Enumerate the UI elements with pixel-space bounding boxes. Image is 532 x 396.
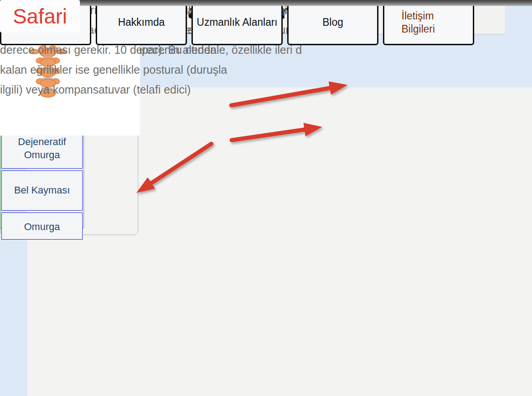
page: HB Prof. Dr. Halil Burç Safari Ana Sayfa… [0,0,532,396]
p2-line5: ilgili) veya kompansatuvar (telafi edici… [0,80,302,99]
nav-iletisim-line1: İletişim [401,10,434,22]
p2-line4: kalan eğrilikler ise genellikle postural… [0,60,302,80]
nav-hakkimda[interactable]: Hakkımda [96,0,187,45]
arrow-to-skolyoz [150,144,211,184]
sidebar-item-partial[interactable]: Omurga [1,212,83,240]
nav-iletisim-line2: Bilgileri [401,23,435,35]
nav-iletisim[interactable]: İletişim Bilgileri [383,0,474,45]
sidebar-item-bel-kaymasi[interactable]: Bel Kayması [1,170,83,211]
nav-uzmanlik-alanlari[interactable]: Uzmanlık Alanları [191,0,283,45]
browser-annotation-badge: Safari [0,0,80,33]
nav-blog[interactable]: Blog [287,0,378,45]
arrow-to-omurga-cerrahisi [232,129,306,140]
